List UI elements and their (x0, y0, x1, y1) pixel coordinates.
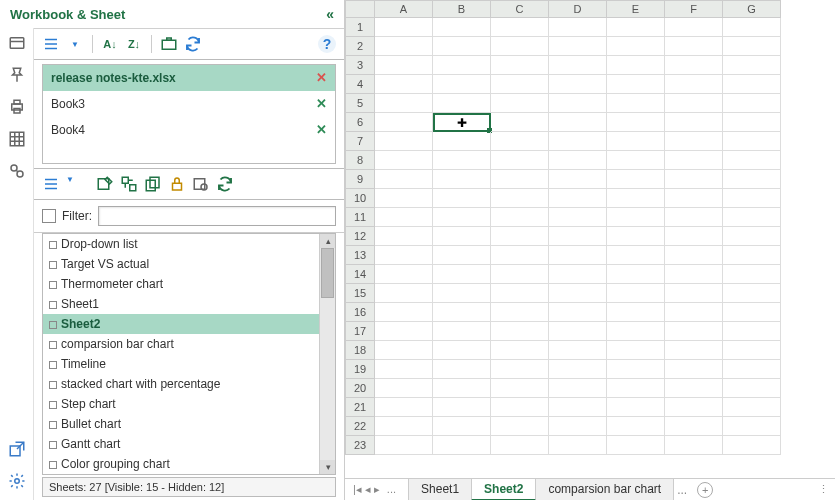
cell[interactable] (375, 94, 433, 113)
column-header[interactable]: G (723, 0, 781, 18)
cell[interactable] (723, 170, 781, 189)
row-header[interactable]: 3 (345, 56, 375, 75)
cell[interactable] (723, 379, 781, 398)
cell[interactable] (723, 37, 781, 56)
cell[interactable] (433, 398, 491, 417)
cell[interactable] (549, 208, 607, 227)
sort-desc-icon[interactable]: Z↓ (125, 35, 143, 53)
sheet-item[interactable]: Target VS actual (43, 254, 319, 274)
toolbox-icon[interactable] (160, 35, 178, 53)
cell[interactable] (433, 170, 491, 189)
cell[interactable] (607, 94, 665, 113)
panel-settings-icon[interactable] (8, 472, 26, 490)
cell[interactable] (607, 56, 665, 75)
cell[interactable] (665, 37, 723, 56)
row-header[interactable]: 15 (345, 284, 375, 303)
row-header[interactable]: 20 (345, 379, 375, 398)
cell[interactable] (491, 436, 549, 455)
rename-icon[interactable] (96, 175, 114, 193)
row-header[interactable]: 6 (345, 113, 375, 132)
close-icon[interactable]: ✕ (316, 122, 327, 137)
tab-next-icon[interactable]: ▸ (374, 483, 380, 496)
cell[interactable] (549, 284, 607, 303)
sort-asc-icon[interactable]: A↓ (101, 35, 119, 53)
sheet-checkbox-icon[interactable] (49, 261, 57, 269)
sheet-checkbox-icon[interactable] (49, 341, 57, 349)
sheet-checkbox-icon[interactable] (49, 321, 57, 329)
refresh-sheets-icon[interactable] (216, 175, 234, 193)
cell[interactable] (607, 417, 665, 436)
cell[interactable] (491, 398, 549, 417)
row-header[interactable]: 18 (345, 341, 375, 360)
cell[interactable] (375, 113, 433, 132)
cell[interactable] (607, 189, 665, 208)
cell[interactable] (607, 208, 665, 227)
cell[interactable] (549, 94, 607, 113)
cell[interactable] (549, 303, 607, 322)
sheet-item[interactable]: Drop-down list (43, 234, 319, 254)
cell[interactable] (549, 398, 607, 417)
panel-popout-icon[interactable] (8, 440, 26, 458)
cell[interactable] (433, 75, 491, 94)
cell[interactable] (375, 417, 433, 436)
cell[interactable] (607, 37, 665, 56)
cell[interactable] (375, 56, 433, 75)
row-header[interactable]: 1 (345, 18, 375, 37)
cell[interactable] (723, 208, 781, 227)
column-header[interactable]: A (375, 0, 433, 18)
cell[interactable] (433, 132, 491, 151)
cell[interactable] (375, 398, 433, 417)
panel-workbook-icon[interactable] (8, 34, 26, 52)
cell[interactable] (665, 303, 723, 322)
cell[interactable] (375, 360, 433, 379)
cell[interactable] (375, 132, 433, 151)
cell[interactable] (491, 284, 549, 303)
sheet-scrollbar[interactable]: ▴ ▾ (319, 234, 335, 474)
sheet-checkbox-icon[interactable] (49, 401, 57, 409)
cell[interactable] (549, 37, 607, 56)
sheet-checkbox-icon[interactable] (49, 441, 57, 449)
cell[interactable] (549, 227, 607, 246)
cell[interactable] (491, 113, 549, 132)
sheet-list[interactable]: Drop-down listTarget VS actualThermomete… (43, 234, 319, 474)
cell[interactable] (665, 94, 723, 113)
cell[interactable] (723, 189, 781, 208)
sheet-item[interactable]: Thermometer chart (43, 274, 319, 294)
row-header[interactable]: 11 (345, 208, 375, 227)
cell[interactable] (549, 322, 607, 341)
cell[interactable] (723, 75, 781, 94)
cell[interactable] (665, 379, 723, 398)
cell[interactable] (549, 75, 607, 94)
cell[interactable] (491, 56, 549, 75)
cell[interactable] (433, 94, 491, 113)
cell[interactable]: ✚ (433, 113, 491, 132)
cell[interactable] (491, 151, 549, 170)
scroll-down-icon[interactable]: ▾ (320, 460, 336, 474)
sheet-checkbox-icon[interactable] (49, 241, 57, 249)
panel-find-icon[interactable] (8, 162, 26, 180)
cell[interactable] (723, 303, 781, 322)
cell[interactable] (549, 113, 607, 132)
cell[interactable] (433, 303, 491, 322)
sheet-checkbox-icon[interactable] (49, 361, 57, 369)
cell[interactable] (433, 246, 491, 265)
sheet-checkbox-icon[interactable] (49, 381, 57, 389)
cell[interactable] (665, 322, 723, 341)
cell[interactable] (607, 341, 665, 360)
row-header[interactable]: 9 (345, 170, 375, 189)
cell[interactable] (433, 417, 491, 436)
cell[interactable] (433, 379, 491, 398)
column-header[interactable]: B (433, 0, 491, 18)
cell[interactable] (665, 341, 723, 360)
cell[interactable] (375, 341, 433, 360)
cell[interactable] (549, 246, 607, 265)
cell[interactable] (433, 151, 491, 170)
cell[interactable] (375, 284, 433, 303)
cell[interactable] (665, 436, 723, 455)
cell[interactable] (723, 94, 781, 113)
filter-checkbox[interactable] (42, 209, 56, 223)
cell[interactable] (723, 56, 781, 75)
cell[interactable] (491, 303, 549, 322)
row-header[interactable]: 16 (345, 303, 375, 322)
spreadsheet-grid[interactable]: ABCDEFG 123456✚7891011121314151617181920… (345, 0, 835, 478)
